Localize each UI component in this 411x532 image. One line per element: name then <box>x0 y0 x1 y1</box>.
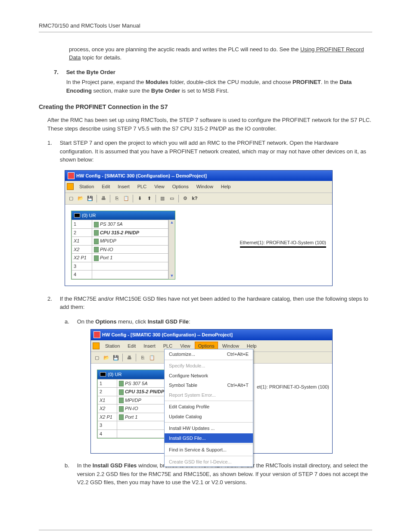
open-icon[interactable]: 📂 <box>102 353 111 362</box>
separator <box>136 354 136 361</box>
table-row[interactable]: X2PN-IO <box>98 404 166 413</box>
rack-header[interactable]: (0) UR <box>72 211 175 220</box>
network-icon[interactable]: ⚙ <box>181 194 190 203</box>
menu-separator <box>165 360 253 360</box>
table-row[interactable]: X2PN-IO <box>72 245 168 254</box>
menu-item[interactable]: Configure Network <box>165 371 253 381</box>
menu-shortcut: Ctrl+Alt+T <box>227 382 249 389</box>
table-row[interactable]: 1PS 307 5A <box>98 379 166 388</box>
table-row[interactable]: 4 <box>72 271 168 279</box>
menu-item[interactable]: Symbol TableCtrl+Alt+T <box>165 380 253 390</box>
module-icon <box>119 398 124 403</box>
table-row[interactable]: X1MPI/DP <box>98 396 166 404</box>
print-icon[interactable]: 🖶 <box>99 194 108 203</box>
menu-plc[interactable]: PLC <box>134 182 150 191</box>
menu-insert[interactable]: Insert <box>140 342 159 351</box>
menu-bar: Station Edit Insert PLC View Options Win… <box>91 340 332 352</box>
menu-help[interactable]: Help <box>218 182 234 191</box>
upload-icon[interactable]: ⬆ <box>145 194 153 203</box>
separator <box>156 195 156 202</box>
menu-edit[interactable]: Edit <box>98 182 113 191</box>
table-row[interactable]: 3 <box>72 262 168 271</box>
open-icon[interactable]: 📂 <box>76 194 85 203</box>
list-number: 2. <box>47 295 58 303</box>
module-cell <box>92 271 168 279</box>
menu-item-label: Symbol Table <box>169 382 197 389</box>
menu-shortcut: Ctrl+Alt+E <box>227 351 249 358</box>
table-row[interactable]: 1PS 307 5A <box>72 220 168 229</box>
paste-icon[interactable]: 📋 <box>122 194 131 203</box>
catalog-icon[interactable]: ▥ <box>158 194 167 203</box>
rack-panel: (0) UR 1PS 307 5A2CPU 315-2 PN/DPX1MPI/D… <box>97 370 167 439</box>
slot-cell: X2 P1 <box>98 413 117 421</box>
module-icon <box>119 414 124 420</box>
table-row[interactable]: 2CPU 315-2 PN/DP <box>72 228 168 237</box>
paste-icon[interactable]: 📋 <box>148 353 156 362</box>
slot-cell: 2 <box>72 228 92 237</box>
table-row[interactable]: 4 <box>98 429 166 438</box>
menu-separator <box>165 444 253 444</box>
rack-icon <box>100 372 106 376</box>
help-icon[interactable]: k? <box>190 194 199 203</box>
rack-title: (0) UR <box>108 371 121 378</box>
module-cell: PS 307 5A <box>117 379 166 388</box>
table-row[interactable]: X2 P1Port 1 <box>72 254 168 262</box>
copy-icon[interactable]: ⎘ <box>138 353 147 362</box>
module-cell <box>117 421 166 430</box>
download-icon[interactable]: ⬇ <box>135 194 144 203</box>
section-heading: Creating the PROFINET Connection in the … <box>39 103 372 112</box>
title-bar[interactable]: HW Config - [SIMATIC 300 (Configuration)… <box>65 171 332 181</box>
module-cell <box>117 429 166 438</box>
module-cell <box>92 262 168 271</box>
module-icon <box>94 222 99 227</box>
menu-options[interactable]: Options <box>169 182 192 191</box>
module-cell: PN-IO <box>117 404 166 413</box>
menu-item[interactable]: Install HW Updates ... <box>165 423 253 433</box>
sub-label: a. <box>65 317 75 326</box>
app-icon <box>93 331 100 338</box>
new-icon[interactable]: ▢ <box>67 194 75 203</box>
rack-header[interactable]: (0) UR <box>97 370 166 379</box>
scroll-up-icon[interactable]: ▲ <box>170 220 174 226</box>
t: : <box>189 318 190 325</box>
title-bar[interactable]: HW Config - [SIMATIC 300 (Configuration)… <box>91 330 332 340</box>
slot-cell: X2 P1 <box>72 254 92 262</box>
t: . In the <box>321 79 339 85</box>
scrollbar[interactable]: ▲▼ <box>168 220 175 279</box>
list-number: 1. <box>47 139 58 147</box>
table-row[interactable]: 3 <box>98 421 166 430</box>
b: Byte Order <box>151 87 180 94</box>
menu-item-label: Create GSD file for I-Device... <box>169 458 232 466</box>
menu-item[interactable]: Customize...Ctrl+Alt+E <box>165 349 253 359</box>
table-row[interactable]: X1MPI/DP <box>72 237 168 246</box>
window-icon[interactable]: ▭ <box>168 194 176 203</box>
menu-item[interactable]: Update Catalog <box>165 412 253 422</box>
save-icon[interactable]: 💾 <box>86 194 94 203</box>
menu-item[interactable]: Edit Catalog Profile <box>165 402 253 412</box>
b: Install GSD File <box>148 318 189 325</box>
toolbar: ▢ 📂 💾 🖶 ⎘ 📋 ⬇ ⬆ ▥ ▭ ⚙ k? <box>65 193 332 205</box>
intro-text2: topic for details. <box>81 54 121 61</box>
ethernet-label[interactable]: et(1): PROFINET-IO-System (100) <box>257 383 329 391</box>
menu-station[interactable]: Station <box>76 182 97 191</box>
menu-item[interactable]: Install GSD File... <box>165 433 253 443</box>
b: Options <box>95 318 116 325</box>
menu-insert[interactable]: Insert <box>114 182 133 191</box>
table-row[interactable]: X2 P1Port 1 <box>98 413 166 421</box>
menu-edit[interactable]: Edit <box>124 342 139 351</box>
doc-icon <box>67 183 74 190</box>
print-icon[interactable]: 🖶 <box>125 353 134 362</box>
new-icon[interactable]: ▢ <box>93 353 101 362</box>
table-row[interactable]: 2CPU 315-2 PN/DP <box>98 388 166 396</box>
module-cell: PN-IO <box>92 245 168 254</box>
scroll-down-icon[interactable]: ▼ <box>170 273 174 279</box>
menu-item[interactable]: Find in Service & Support... <box>165 445 253 455</box>
save-icon[interactable]: 💾 <box>112 353 120 362</box>
step-number: 7. <box>54 68 65 77</box>
menu-view[interactable]: View <box>151 182 168 191</box>
window-title: HW Config - [SIMATIC 300 (Configuration)… <box>102 331 233 339</box>
copy-icon[interactable]: ⎘ <box>112 194 121 203</box>
ethernet-label[interactable]: Ethernet(1): PROFINET-IO-System (100) <box>240 239 327 248</box>
menu-station[interactable]: Station <box>102 342 123 351</box>
menu-window[interactable]: Window <box>193 182 217 191</box>
